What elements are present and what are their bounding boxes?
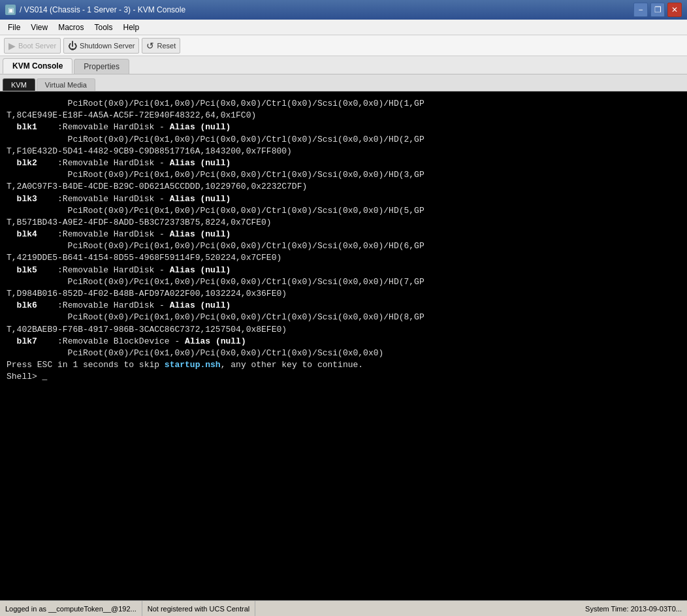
- tab-kvm[interactable]: KVM: [3, 78, 35, 91]
- console-line: T,B571BD43-A9E2-4FDF-8ADD-5B3C72373B75,8…: [7, 217, 680, 229]
- console-line: blk2 :Removable HardDisk - Alias (null): [7, 157, 680, 169]
- reset-label: Reset: [157, 42, 176, 50]
- console-line: blk3 :Removable HardDisk - Alias (null): [7, 193, 680, 205]
- status-ucs: Not registered with UCS Central: [142, 601, 256, 616]
- console-line: PciRoot(0x0)/Pci(0x1,0x0)/Pci(0x0,0x0)/C…: [7, 205, 680, 217]
- console-line: PciRoot(0x0)/Pci(0x1,0x0)/Pci(0x0,0x0)/C…: [7, 348, 680, 359]
- outer-tab-bar: KVM Console Properties: [0, 56, 687, 74]
- console-line: blk1 :Removable HardDisk - Alias (null): [7, 122, 680, 133]
- minimize-button[interactable]: −: [633, 3, 648, 17]
- menu-item-tools[interactable]: Tools: [89, 22, 118, 33]
- boot-server-label: Boot Server: [18, 42, 56, 50]
- window-title: / VS014 (Chassis - 1 Server - 3) - KVM C…: [20, 5, 185, 14]
- menu-bar: FileViewMacrosToolsHelp: [0, 20, 687, 35]
- shutdown-server-button[interactable]: ⏻ Shutdown Server: [63, 38, 139, 54]
- tab-virtual-media[interactable]: Virtual Media: [37, 78, 95, 91]
- boot-server-button[interactable]: ▶ Boot Server: [4, 38, 61, 54]
- console-line: T,402BAEB9-F76B-4917-986B-3CACC86C7372,1…: [7, 324, 680, 336]
- console-line: PciRoot(0x0)/Pci(0x1,0x0)/Pci(0x0,0x0)/C…: [7, 240, 680, 252]
- console-line: T,F10E432D-5D41-4482-9CB9-C9D88517716A,1…: [7, 146, 680, 157]
- menu-item-view[interactable]: View: [25, 22, 53, 33]
- console-line: Shell> _: [7, 371, 680, 383]
- console-line: blk4 :Removable HardDisk - Alias (null): [7, 229, 680, 240]
- restore-button[interactable]: ❐: [650, 3, 665, 17]
- close-button[interactable]: ✕: [667, 3, 682, 17]
- console-area[interactable]: PciRoot(0x0)/Pci(0x1,0x0)/Pci(0x0,0x0)/C…: [0, 91, 687, 600]
- console-line: blk6 :Removable HardDisk - Alias (null): [7, 300, 680, 312]
- console-line: PciRoot(0x0)/Pci(0x1,0x0)/Pci(0x0,0x0)/C…: [7, 276, 680, 288]
- console-line: blk7 :Removable BlockDevice - Alias (nul…: [7, 336, 680, 348]
- status-bar: Logged in as __computeToken__@192... Not…: [0, 600, 687, 616]
- console-line: Press ESC in 1 seconds to skip startup.n…: [7, 359, 680, 371]
- title-bar: ▣ / VS014 (Chassis - 1 Server - 3) - KVM…: [0, 0, 687, 20]
- console-line: T,D984B016-852D-4F02-B48B-AFD97A022F00,1…: [7, 288, 680, 300]
- console-line: blk5 :Removable HardDisk - Alias (null): [7, 265, 680, 276]
- tab-kvm-console[interactable]: KVM Console: [3, 58, 72, 74]
- status-time: System Time: 2013-09-03T0...: [580, 601, 687, 616]
- shutdown-icon: ⏻: [68, 41, 77, 51]
- title-bar-left: ▣ / VS014 (Chassis - 1 Server - 3) - KVM…: [5, 5, 185, 15]
- console-line: PciRoot(0x0)/Pci(0x1,0x0)/Pci(0x0,0x0)/C…: [7, 98, 680, 110]
- inner-tab-bar: KVM Virtual Media: [0, 74, 687, 91]
- toolbar: ▶ Boot Server ⏻ Shutdown Server ↺ Reset: [0, 35, 687, 56]
- menu-item-macros[interactable]: Macros: [53, 22, 89, 33]
- tab-properties[interactable]: Properties: [74, 59, 129, 74]
- console-line: PciRoot(0x0)/Pci(0x1,0x0)/Pci(0x0,0x0)/C…: [7, 312, 680, 323]
- boot-icon: ▶: [8, 41, 16, 51]
- status-login: Logged in as __computeToken__@192...: [0, 601, 142, 616]
- menu-item-file[interactable]: File: [3, 22, 25, 33]
- console-line: T,8C4E949E-E18F-4A5A-AC5F-72E940F48322,6…: [7, 110, 680, 122]
- window-controls: − ❐ ✕: [633, 3, 682, 17]
- reset-button[interactable]: ↺ Reset: [142, 38, 180, 54]
- console-line: T,2A0C97F3-B4DE-4CDE-B29C-0D621A5CCDDD,1…: [7, 181, 680, 193]
- app-icon: ▣: [5, 5, 16, 15]
- menu-item-help[interactable]: Help: [118, 22, 145, 33]
- console-line: PciRoot(0x0)/Pci(0x1,0x0)/Pci(0x0,0x0)/C…: [7, 134, 680, 146]
- console-line: PciRoot(0x0)/Pci(0x1,0x0)/Pci(0x0,0x0)/C…: [7, 169, 680, 181]
- reset-icon: ↺: [146, 41, 154, 51]
- shutdown-server-label: Shutdown Server: [80, 42, 135, 50]
- console-line: T,4219DDE5-B641-4154-8D55-4968F59114F9,5…: [7, 252, 680, 264]
